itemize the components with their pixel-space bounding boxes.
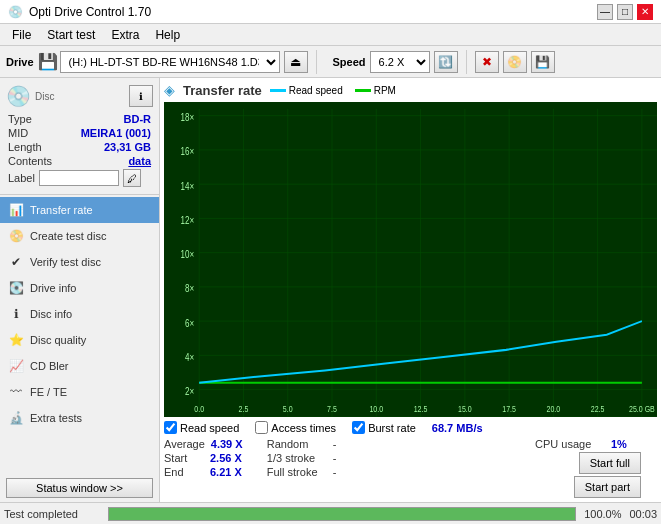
chart-bottom: Read speed Access times Burst rate 68.7 … xyxy=(164,421,657,498)
burst-rate-value: 68.7 MB/s xyxy=(432,422,483,434)
svg-text:18×: 18× xyxy=(181,111,195,124)
menu-start-test[interactable]: Start test xyxy=(39,26,103,43)
legend-rpm-label: RPM xyxy=(374,85,396,96)
disc-info-button[interactable]: ℹ xyxy=(129,85,153,107)
access-times-checkbox-item: Access times xyxy=(255,421,336,434)
access-times-checkbox-label: Access times xyxy=(271,422,336,434)
disc-length-row: Length 23,31 GB xyxy=(6,140,153,154)
main-area: 💿 Disc ℹ Type BD-R MID MEIRA1 (001) Leng… xyxy=(0,78,661,502)
sidebar-item-label: Verify test disc xyxy=(30,256,101,268)
status-window-button[interactable]: Status window >> xyxy=(6,478,153,498)
stats-col2: Random - 1/3 stroke - Full stroke - xyxy=(267,438,379,498)
title-bar: 💿 Opti Drive Control 1.70 — □ ✕ xyxy=(0,0,661,24)
sidebar-item-disc-info[interactable]: ℹ Disc info xyxy=(0,301,159,327)
svg-text:0.0: 0.0 xyxy=(194,402,204,413)
svg-text:8×: 8× xyxy=(185,282,194,295)
speed-refresh-button[interactable]: 🔃 xyxy=(434,51,458,73)
status-bar: Test completed 100.0% 00:03 xyxy=(0,502,661,524)
end-row: End 6.21 X xyxy=(164,466,251,478)
full-stroke-row: Full stroke - xyxy=(267,466,363,478)
svg-text:7.5: 7.5 xyxy=(327,402,337,413)
disc-icon: 💿 xyxy=(6,84,31,108)
svg-text:10.0: 10.0 xyxy=(369,402,383,413)
start-part-row: Start part xyxy=(535,476,641,498)
save-button[interactable]: 💾 xyxy=(531,51,555,73)
sidebar-item-label: Disc info xyxy=(30,308,72,320)
burst-rate-checkbox-label: Burst rate xyxy=(368,422,416,434)
chart-title-row: ◈ Transfer rate Read speed RPM xyxy=(164,82,657,98)
svg-text:2.5: 2.5 xyxy=(239,402,249,413)
chart-legend: Read speed RPM xyxy=(270,85,396,96)
svg-rect-0 xyxy=(164,102,657,417)
read-speed-checkbox[interactable] xyxy=(164,421,177,434)
speed-combo[interactable]: 6.2 X xyxy=(370,51,430,73)
progress-text: 100.0% xyxy=(584,508,621,520)
svg-text:10×: 10× xyxy=(181,248,195,261)
start-full-row: Start full xyxy=(535,452,641,474)
close-button[interactable]: ✕ xyxy=(637,4,653,20)
chart-svg: 18× 16× 14× 12× 10× 8× 6× 4× 2× 0.0 2.5 … xyxy=(164,102,657,417)
disc-header: 💿 Disc ℹ xyxy=(6,84,153,108)
label-edit-button[interactable]: 🖊 xyxy=(123,169,141,187)
menu-help[interactable]: Help xyxy=(147,26,188,43)
start-full-button[interactable]: Start full xyxy=(579,452,641,474)
sidebar-item-create-test-disc[interactable]: 📀 Create test disc xyxy=(0,223,159,249)
toolbar-separator2 xyxy=(466,50,467,74)
app-title: Opti Drive Control 1.70 xyxy=(29,5,151,19)
menu-bar: File Start test Extra Help xyxy=(0,24,661,46)
progress-bar xyxy=(109,508,575,520)
sidebar-item-verify-test-disc[interactable]: ✔ Verify test disc xyxy=(0,249,159,275)
legend-read-speed-color xyxy=(270,89,286,92)
transfer-rate-icon: 📊 xyxy=(8,202,24,218)
svg-text:5.0: 5.0 xyxy=(283,402,293,413)
sidebar-item-extra-tests[interactable]: 🔬 Extra tests xyxy=(0,405,159,431)
write-button[interactable]: 📀 xyxy=(503,51,527,73)
drive-info-icon: 💽 xyxy=(8,280,24,296)
disc-info-icon: ℹ xyxy=(8,306,24,322)
speed-label: Speed xyxy=(333,56,366,68)
disc-icon-area: 💿 Disc xyxy=(6,84,54,108)
legend-rpm: RPM xyxy=(355,85,396,96)
sidebar-item-label: Create test disc xyxy=(30,230,106,242)
time-text: 00:03 xyxy=(629,508,657,520)
start-row: Start 2.56 X xyxy=(164,452,251,464)
svg-text:2×: 2× xyxy=(185,385,194,398)
sidebar-item-cd-bler[interactable]: 📈 CD Bler xyxy=(0,353,159,379)
burst-rate-checkbox-item: Burst rate xyxy=(352,421,416,434)
menu-extra[interactable]: Extra xyxy=(103,26,147,43)
sidebar-item-label: CD Bler xyxy=(30,360,69,372)
svg-text:12.5: 12.5 xyxy=(414,402,428,413)
drive-selector: 💾 (H:) HL-DT-ST BD-RE WH16NS48 1.D3 xyxy=(38,51,280,73)
svg-text:4×: 4× xyxy=(185,351,194,364)
sidebar-item-fe-te[interactable]: 〰 FE / TE xyxy=(0,379,159,405)
sidebar-item-label: Disc quality xyxy=(30,334,86,346)
sidebar-item-drive-info[interactable]: 💽 Drive info xyxy=(0,275,159,301)
label-input[interactable] xyxy=(39,170,119,186)
read-speed-checkbox-label: Read speed xyxy=(180,422,239,434)
title-bar-controls: — □ ✕ xyxy=(597,4,653,20)
menu-file[interactable]: File xyxy=(4,26,39,43)
maximize-button[interactable]: □ xyxy=(617,4,633,20)
sidebar: 💿 Disc ℹ Type BD-R MID MEIRA1 (001) Leng… xyxy=(0,78,160,502)
fe-te-icon: 〰 xyxy=(8,384,24,400)
access-times-checkbox[interactable] xyxy=(255,421,268,434)
stroke1-row: 1/3 stroke - xyxy=(267,452,363,464)
start-part-button[interactable]: Start part xyxy=(574,476,641,498)
stats-rows: Average 4.39 X Start 2.56 X End 6.21 X xyxy=(164,438,657,498)
chart-area: ◈ Transfer rate Read speed RPM xyxy=(160,78,661,502)
eject-button[interactable]: ⏏ xyxy=(284,51,308,73)
disc-mid-row: MID MEIRA1 (001) xyxy=(6,126,153,140)
svg-text:6×: 6× xyxy=(185,316,194,329)
average-row: Average 4.39 X xyxy=(164,438,251,450)
svg-text:15.0: 15.0 xyxy=(458,402,472,413)
cd-bler-icon: 📈 xyxy=(8,358,24,374)
sidebar-item-label: FE / TE xyxy=(30,386,67,398)
delete-button[interactable]: ✖ xyxy=(475,51,499,73)
read-speed-checkbox-item: Read speed xyxy=(164,421,239,434)
drive-combo[interactable]: (H:) HL-DT-ST BD-RE WH16NS48 1.D3 xyxy=(60,51,280,73)
minimize-button[interactable]: — xyxy=(597,4,613,20)
burst-rate-checkbox[interactable] xyxy=(352,421,365,434)
chart-svg-container: 18× 16× 14× 12× 10× 8× 6× 4× 2× 0.0 2.5 … xyxy=(164,102,657,417)
sidebar-item-transfer-rate[interactable]: 📊 Transfer rate xyxy=(0,197,159,223)
sidebar-item-disc-quality[interactable]: ⭐ Disc quality xyxy=(0,327,159,353)
